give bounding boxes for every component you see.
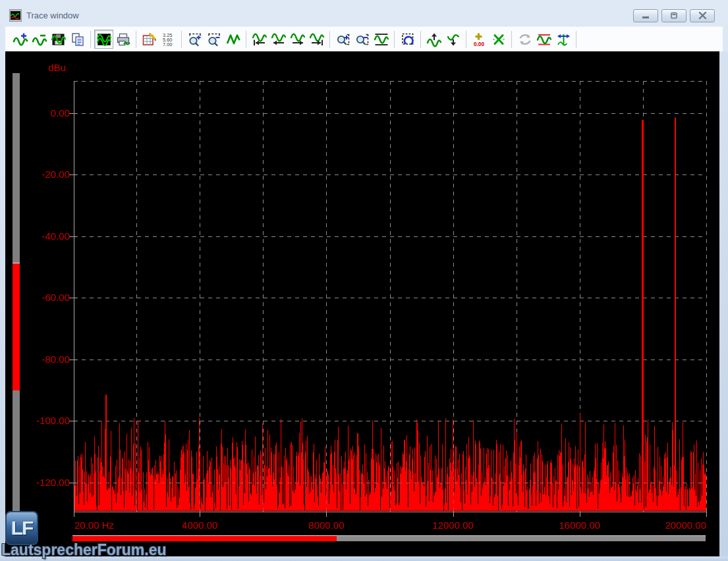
unzoom-x-icon xyxy=(225,32,241,47)
y-axis-tick-label: 0.00 xyxy=(26,108,70,119)
toolbar-button-remove-trace[interactable] xyxy=(30,30,49,49)
toolbar-separator xyxy=(466,31,466,48)
fit-y-icon xyxy=(374,32,389,47)
x-axis-tick-label: 20.00 Hz xyxy=(74,520,114,531)
zoom-x-in-icon xyxy=(187,32,203,47)
toolbar-button-unzoom-all[interactable] xyxy=(398,30,417,49)
level-indicator-red-segment xyxy=(13,263,20,390)
swap-traces-icon xyxy=(517,32,533,47)
watermark-text: LautsprecherForum.eu xyxy=(1,541,167,559)
y-axis-tick-label: -60.00 xyxy=(26,292,70,303)
toolbar-separator xyxy=(181,31,182,48)
show-graph-icon xyxy=(96,32,112,47)
svg-text:0.00: 0.00 xyxy=(474,41,484,47)
toolbar-button-add-cursor[interactable]: 0.00 xyxy=(470,30,489,49)
value-list-icon: 3.255.607.00 xyxy=(161,32,177,47)
toolbar-button-copy[interactable] xyxy=(68,30,87,49)
toolbar-button-swap-traces[interactable] xyxy=(515,30,534,49)
copy-icon xyxy=(70,32,86,47)
window-icon xyxy=(9,9,22,22)
toolbar-button-shift-up[interactable] xyxy=(424,30,443,49)
toolbar-separator xyxy=(90,31,91,48)
svg-text:7.00: 7.00 xyxy=(163,41,172,47)
spectrum-plot[interactable] xyxy=(5,51,719,556)
toolbar-button-scroll-right-end[interactable] xyxy=(307,30,326,49)
toolbar-button-trace-limits[interactable] xyxy=(534,30,553,49)
y-axis-tick-label: -100.00 xyxy=(26,415,70,426)
move-cursor-icon xyxy=(555,32,571,47)
toolbar-button-zoom-y-in[interactable] xyxy=(333,30,352,49)
save-trace-icon xyxy=(51,32,67,47)
level-indicator-bar[interactable] xyxy=(13,73,20,520)
y-axis-tick-label: -120.00 xyxy=(26,477,70,488)
toolbar-separator xyxy=(576,31,576,48)
close-button[interactable] xyxy=(690,9,715,22)
trace-window: Trace window 3.255.607.00 0.00 dBu 0.00-… xyxy=(0,0,728,561)
toolbar-separator xyxy=(246,31,246,48)
y-axis-tick-label: -40.00 xyxy=(26,231,70,242)
window-title: Trace window xyxy=(26,11,79,20)
x-axis-tick-label: 12000.00 xyxy=(424,520,483,531)
toolbar-button-print[interactable] xyxy=(113,30,132,49)
toolbar-button-unzoom-x[interactable] xyxy=(223,30,242,49)
scroll-left-icon xyxy=(271,32,287,47)
toolbar-button-scroll-right[interactable] xyxy=(288,30,307,49)
add-cursor-icon: 0.00 xyxy=(472,32,488,47)
unzoom-all-icon xyxy=(400,32,416,47)
x-axis-tick-label: 20000.00 xyxy=(648,520,706,531)
toolbar-button-zoom-y-out[interactable] xyxy=(352,30,372,49)
print-icon xyxy=(115,32,131,47)
window-controls xyxy=(633,9,715,22)
edit-table-icon xyxy=(142,32,157,47)
toolbar-button-delete-cursor[interactable] xyxy=(489,30,508,49)
x-range-scrollbar-red-segment xyxy=(72,535,337,541)
remove-trace-icon xyxy=(32,32,47,47)
toolbar-button-save-trace[interactable] xyxy=(49,30,68,49)
zoom-x-out-icon xyxy=(206,32,222,47)
scroll-left-end-icon xyxy=(252,32,267,47)
toolbar-button-move-cursor[interactable] xyxy=(553,30,573,49)
shift-down-icon xyxy=(445,32,461,47)
window-border-right xyxy=(719,51,728,556)
close-icon xyxy=(698,12,707,19)
minimize-button[interactable] xyxy=(633,9,658,22)
toolbar-button-zoom-x-in[interactable] xyxy=(185,30,204,49)
toolbar-button-scroll-left-end[interactable] xyxy=(250,30,269,49)
y-axis-unit-label: dBu xyxy=(25,63,66,73)
toolbar-separator xyxy=(329,31,330,48)
scroll-right-icon xyxy=(290,32,306,47)
titlebar[interactable]: Trace window xyxy=(5,5,723,26)
toolbar-button-zoom-x-out[interactable] xyxy=(204,30,223,49)
minimize-icon xyxy=(641,13,650,19)
toolbar-button-show-graph[interactable] xyxy=(94,30,113,49)
x-axis-tick-label: 4000.00 xyxy=(170,520,229,531)
y-axis-tick-label: -80.00 xyxy=(26,354,70,365)
zoom-y-out-icon xyxy=(354,32,370,47)
toolbar-separator xyxy=(136,31,136,48)
toolbar-separator xyxy=(420,31,421,48)
scroll-right-end-icon xyxy=(309,32,325,47)
shift-up-icon xyxy=(426,32,442,47)
x-axis-tick-label: 8000.00 xyxy=(296,520,356,531)
toolbar-button-fit-y[interactable] xyxy=(372,30,391,49)
toolbar-button-value-list[interactable]: 3.255.607.00 xyxy=(159,30,178,49)
toolbar: 3.255.607.00 0.00 xyxy=(5,26,723,51)
restore-button[interactable] xyxy=(661,9,686,22)
delete-cursor-icon xyxy=(491,32,507,47)
toolbar-button-scroll-left[interactable] xyxy=(269,30,288,49)
x-range-scrollbar[interactable] xyxy=(72,535,706,541)
zoom-y-in-icon xyxy=(335,32,351,47)
y-axis-tick-label: -20.00 xyxy=(26,169,70,180)
toolbar-button-shift-down[interactable] xyxy=(443,30,462,49)
trace-limits-icon xyxy=(536,32,552,47)
toolbar-button-edit-table[interactable] xyxy=(140,30,159,49)
toolbar-separator xyxy=(511,31,512,48)
watermark-logo: LF xyxy=(5,511,38,545)
x-axis-tick-label: 16000.00 xyxy=(550,520,609,531)
toolbar-button-add-trace[interactable] xyxy=(11,30,30,49)
restore-icon xyxy=(669,12,679,19)
add-trace-icon xyxy=(13,32,28,47)
toolbar-separator xyxy=(394,31,395,48)
